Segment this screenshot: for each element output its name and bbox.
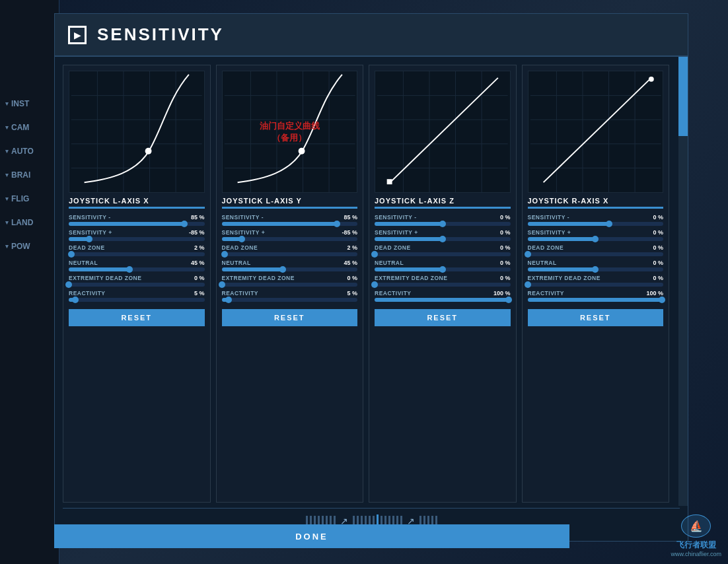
slider-sensitivity-plus-1: SENSITIVITY + -85 % xyxy=(69,229,205,241)
reset-button-r-axis-x[interactable]: RESET xyxy=(528,309,664,326)
slider-sensitivity-minus-1: SENSITIVITY - 85 % xyxy=(69,214,205,226)
graph-l-axis-x xyxy=(69,71,205,193)
slider-neutral-2: NEUTRAL 45 % xyxy=(222,260,358,271)
reset-button-l-axis-y[interactable]: RESET xyxy=(222,309,358,326)
logo-icon: ⛵ xyxy=(681,514,711,538)
scroll-track[interactable] xyxy=(678,57,688,506)
card-joystick-r-axis-x: JOYSTICK R-AXIS X SENSITIVITY - 0 % SENS… xyxy=(522,65,670,503)
slider-dead-zone-3: DEAD ZONE 0 % xyxy=(375,244,511,256)
reset-button-l-axis-x[interactable]: RESET xyxy=(69,309,205,326)
page-title: SENSITIVITY xyxy=(97,24,224,45)
card-joystick-l-axis-y: 油门自定义曲线（备用） JOYSTICK L-AXIS Y SENSITIVIT… xyxy=(216,65,364,503)
sidebar-item-land[interactable]: ▾ LAND xyxy=(0,211,59,234)
done-button[interactable]: DONE xyxy=(54,524,569,548)
card-title-l-axis-x: JOYSTICK L-AXIS X xyxy=(69,197,205,205)
slider-reactivity-3: REACTIVITY 100 % xyxy=(375,290,511,302)
sidebar-item-auto[interactable]: ▾ AUTO xyxy=(0,140,59,162)
header-arrow-icon xyxy=(68,26,87,44)
slider-sensitivity-plus-2: SENSITIVITY + -85 % xyxy=(222,229,358,241)
logo-line1: 飞行者联盟 xyxy=(671,540,721,551)
slider-sensitivity-minus-4: SENSITIVITY - 0 % xyxy=(528,214,664,226)
card-title-r-axis-x: JOYSTICK R-AXIS X xyxy=(528,197,664,205)
main-panel: SENSITIVITY xyxy=(54,13,688,542)
slider-reactivity-4: REACTIVITY 100 % xyxy=(528,290,664,302)
graph-r-axis-x xyxy=(528,71,664,193)
card-joystick-l-axis-x: JOYSTICK L-AXIS X SENSITIVITY - 85 % SEN… xyxy=(63,65,211,503)
done-label: DONE xyxy=(295,532,328,542)
slider-sensitivity-plus-3: SENSITIVITY + 0 % xyxy=(375,229,511,241)
slider-extremity-4: EXTREMITY DEAD ZONE 0 % xyxy=(528,275,664,287)
svg-rect-27 xyxy=(387,179,392,184)
title-bar-l-axis-y xyxy=(222,207,358,209)
slider-dead-zone-2: DEAD ZONE 2 % xyxy=(222,244,358,256)
graph-l-axis-z xyxy=(375,71,511,193)
card-joystick-l-axis-z: JOYSTICK L-AXIS Z SENSITIVITY - 0 % SENS… xyxy=(369,65,517,503)
slider-dead-zone-4: DEAD ZONE 0 % xyxy=(528,244,664,256)
sidebar-item-brai[interactable]: ▾ BRAI xyxy=(0,164,59,186)
card-title-l-axis-z: JOYSTICK L-AXIS Z xyxy=(375,197,511,205)
slider-reactivity-1: REACTIVITY 5 % xyxy=(69,290,205,302)
sidebar-item-cam[interactable]: ▾ CAM xyxy=(0,116,59,139)
title-bar-l-axis-z xyxy=(375,207,511,209)
svg-point-17 xyxy=(298,148,305,155)
graph-l-axis-y: 油门自定义曲线（备用） xyxy=(222,71,358,193)
slider-reactivity-2: REACTIVITY 5 % xyxy=(222,290,358,302)
slider-neutral-3: NEUTRAL 0 % xyxy=(375,260,511,271)
sidebar: ▾ INST ▾ CAM ▾ AUTO ▾ BRAI ▾ FLIG ▾ LAND… xyxy=(0,0,59,564)
slider-extremity-3: EXTREMITY DEAD ZONE 0 % xyxy=(375,275,511,287)
slider-extremity-1: EXTREMITY DEAD ZONE 0 % xyxy=(69,275,205,287)
logo-line2: www.chinaflier.com xyxy=(671,551,721,557)
title-bar-r-axis-x xyxy=(528,207,664,209)
sidebar-item-flig[interactable]: ▾ FLIG xyxy=(0,188,59,210)
svg-point-8 xyxy=(145,148,152,155)
slider-sensitivity-minus-2: SENSITIVITY - 85 % xyxy=(222,214,358,226)
content-area: JOYSTICK L-AXIS X SENSITIVITY - 85 % SEN… xyxy=(55,57,688,541)
cards-row: JOYSTICK L-AXIS X SENSITIVITY - 85 % SEN… xyxy=(63,65,680,503)
scroll-thumb[interactable] xyxy=(678,57,688,136)
title-bar-l-axis-x xyxy=(69,207,205,209)
svg-point-37 xyxy=(648,77,653,82)
sidebar-item-pow[interactable]: ▾ POW xyxy=(0,235,59,258)
card-title-l-axis-y: JOYSTICK L-AXIS Y xyxy=(222,197,358,205)
slider-dead-zone-1: DEAD ZONE 2 % xyxy=(69,244,205,256)
reset-button-l-axis-z[interactable]: RESET xyxy=(375,309,511,326)
slider-extremity-2: EXTREMITY DEAD ZONE 0 % xyxy=(222,275,358,287)
slider-neutral-1: NEUTRAL 45 % xyxy=(69,260,205,271)
slider-sensitivity-minus-3: SENSITIVITY - 0 % xyxy=(375,214,511,226)
sidebar-item-inst[interactable]: ▾ INST xyxy=(0,92,59,115)
logo-area: ⛵ 飞行者联盟 www.chinaflier.com xyxy=(671,514,721,557)
panel-header: SENSITIVITY xyxy=(55,14,688,57)
slider-neutral-4: NEUTRAL 0 % xyxy=(528,260,664,271)
slider-sensitivity-plus-4: SENSITIVITY + 0 % xyxy=(528,229,664,241)
